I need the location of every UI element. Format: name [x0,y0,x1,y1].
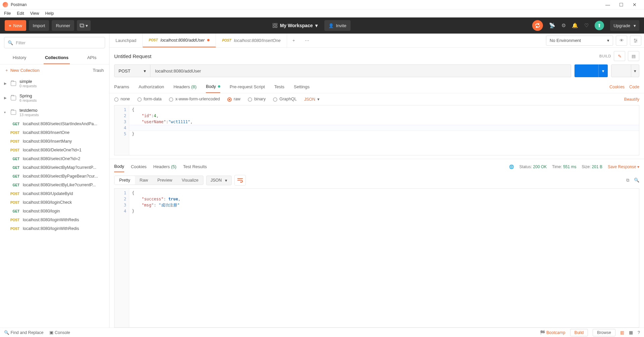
menu-help[interactable]: Help [45,11,54,16]
tab-body[interactable]: Body [206,81,220,93]
import-button[interactable]: Import [29,20,49,31]
postman-logo-icon [3,2,8,7]
console-button[interactable]: ▣ Console [49,330,70,335]
radio-graphql[interactable]: GraphQL [273,97,296,101]
sync-button[interactable] [532,20,543,31]
menu-edit[interactable]: Edit [17,11,24,16]
request-item[interactable]: POSTlocalhost:8080/InsertOne [0,128,109,137]
user-avatar[interactable]: ⬆ [595,21,604,30]
view-preview[interactable]: Preview [153,176,177,185]
cookies-link[interactable]: Cookies [609,85,625,89]
tab-request-active[interactable]: POST localhost:8080/addUser [143,34,216,47]
request-item[interactable]: GETlocalhost:8080/login [0,207,109,215]
request-item[interactable]: POSTlocalhost:8080/loginCheck [0,198,109,207]
request-item[interactable]: GETlocalhost:8080/selectStartIndexAndPa.… [0,119,109,128]
save-dropdown[interactable]: ▾ [631,65,639,77]
request-item[interactable]: GETlocalhost:8080/selectByPageBean?cur..… [0,172,109,181]
trash-link[interactable]: Trash [93,68,104,73]
globe-icon[interactable]: 🌐 [509,164,514,169]
resp-tab-headers[interactable]: Headers (5) [153,161,177,172]
bootcamp-button[interactable]: 🏁 Bootcamp [540,330,565,335]
build-label[interactable]: BUILD [599,54,611,58]
view-raw[interactable]: Raw [135,176,153,185]
window-picker-button[interactable]: ▾ [77,20,91,31]
radio-formdata[interactable]: form-data [137,97,162,101]
tab-authorization[interactable]: Authorization [139,81,164,93]
copy-response-button[interactable]: ⧉ [626,178,629,183]
beautify-link[interactable]: Beautify [624,97,639,102]
find-replace-button[interactable]: 🔍 Find and Replace [4,330,43,335]
radio-binary[interactable]: binary [248,97,266,101]
minimize-button[interactable]: — [601,2,614,7]
view-visualize[interactable]: Visualize [177,176,203,185]
radio-xwww[interactable]: x-www-form-urlencoded [169,97,220,101]
request-item[interactable]: GETlocalhost:8080/selectByLike?currentP.… [0,181,109,189]
response-format-selector[interactable]: JSON▾ [206,176,232,185]
response-body-editor[interactable]: 1234 { "success": true, "msg": "成功注册" } [114,188,639,328]
radio-raw[interactable]: raw [227,97,240,101]
code-link[interactable]: Code [629,85,639,89]
request-body-editor[interactable]: 12345 { "id":4, "userName":"wct1111", "p… [114,105,639,155]
sliders-icon [633,38,638,43]
collection-item[interactable]: ▾ testdemo13 requests [0,105,109,119]
resp-tab-body[interactable]: Body [114,161,124,172]
tab-request[interactable]: POST localhost:8080/InsertOne [216,34,287,47]
tab-tests[interactable]: Tests [274,81,284,93]
build-mode-button[interactable]: Build [570,329,588,336]
request-item[interactable]: GETlocalhost:8080/selectByMap?currentP..… [0,163,109,172]
tab-prerequest[interactable]: Pre-request Script [230,81,265,93]
close-button[interactable]: ✕ [628,2,641,7]
request-item[interactable]: POSTlocalhost:8080/InsertMany [0,137,109,146]
invite-button[interactable]: 👤 Invite [324,20,350,31]
pane-layout-1-button[interactable]: ▥ [620,330,624,335]
collection-item[interactable]: ▶ Spring6 requests [0,91,109,105]
response-tabs: Body Cookies Headers (5) Test Results 🌐 … [109,159,644,172]
send-dropdown[interactable]: ▾ [598,64,608,77]
body-format-selector[interactable]: JSON▾ [304,97,320,102]
save-response-button[interactable]: Save Response ▾ [608,164,639,169]
collection-item[interactable]: ▶ simple0 requests [0,76,109,91]
tab-collections[interactable]: Collections [44,52,70,64]
request-item[interactable]: POSTlocalhost:8080/UpdateById [0,189,109,198]
save-button[interactable]: Save▾ [611,64,639,77]
method-selector[interactable]: POST▾ [114,64,150,77]
tab-headers[interactable]: Headers (8) [174,81,197,93]
tab-params[interactable]: Params [114,81,129,93]
workspace-selector[interactable]: My Workspace ▾ [273,23,318,28]
upgrade-button[interactable]: Upgrade▾ [610,20,639,31]
search-response-button[interactable]: 🔍 [634,178,639,183]
menu-file[interactable]: File [4,11,11,16]
help-button[interactable]: ? [638,330,640,335]
svg-point-8 [635,41,636,42]
pane-layout-2-button[interactable]: ▦ [629,330,633,335]
send-button[interactable]: Send▾ [574,64,608,77]
new-collection-button[interactable]: + New Collection [5,68,40,73]
maximize-button[interactable]: ☐ [614,2,628,7]
settings-icon[interactable]: ⚙ [561,22,566,29]
resp-tab-cookies[interactable]: Cookies [131,161,147,172]
resp-tab-tests[interactable]: Test Results [183,161,207,172]
tab-settings[interactable]: Settings [294,81,310,93]
request-item[interactable]: POSTlocalhost:8080/DeleteOne?id=1 [0,146,109,154]
menu-view[interactable]: View [30,11,39,16]
wrap-lines-button[interactable] [234,175,246,186]
runner-button[interactable]: Runner [52,20,74,31]
capture-icon[interactable]: 📡 [549,22,555,29]
tab-apis[interactable]: APIs [86,52,98,64]
request-item[interactable]: POSTlocalhost:8080/loginWithRedis [0,215,109,224]
add-tab-button[interactable]: + [287,34,301,47]
request-item[interactable]: POSTlocalhost:8080/loginWithRedis [0,224,109,233]
request-item[interactable]: GETlocalhost:8080/selectOne?id=2 [0,154,109,163]
radio-none[interactable]: none [114,97,130,101]
notifications-icon[interactable]: 🔔 [572,22,578,29]
filter-input[interactable]: 🔍 Filter [4,37,105,48]
new-button[interactable]: +New [5,20,26,31]
url-input[interactable]: localhost:8080/addUser [150,64,571,77]
tab-launchpad[interactable]: Launchpad [109,34,143,47]
view-pretty[interactable]: Pretty [114,176,135,185]
browse-mode-button[interactable]: Browse [593,329,615,336]
tab-overflow-button[interactable]: ⋯ [301,34,314,47]
heart-icon[interactable]: ♡ [584,22,589,29]
tab-history[interactable]: History [11,52,28,64]
env-settings-button[interactable] [630,36,641,46]
